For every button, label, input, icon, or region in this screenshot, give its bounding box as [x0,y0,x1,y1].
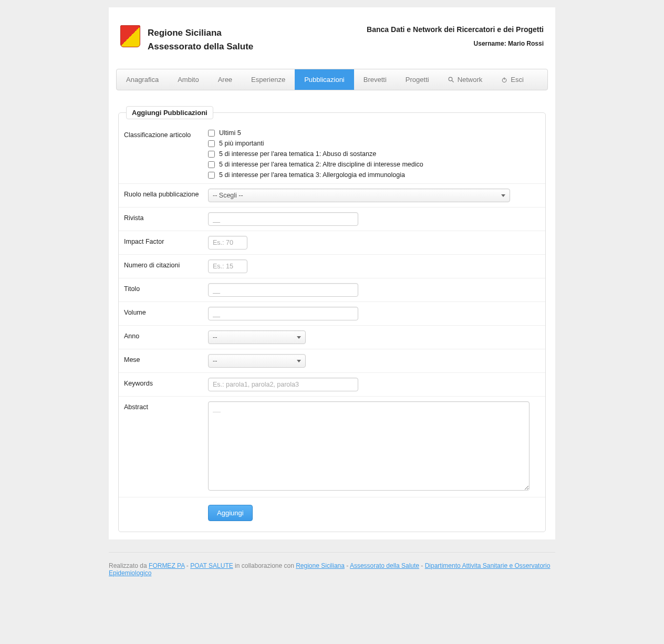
label-titolo: Titolo [124,283,208,297]
org-title: Regione Siciliana Assessorato della Salu… [148,25,253,53]
checkbox-area1-input[interactable] [208,151,215,158]
input-volume[interactable] [208,307,358,320]
input-citazioni[interactable] [208,259,247,273]
aggiungi-button[interactable]: Aggiungi [208,505,253,521]
nav-pubblicazioni[interactable]: Pubblicazioni [295,69,354,90]
select-anno-value: -- [213,334,217,341]
svg-line-1 [452,80,453,82]
row-impact: Impact Factor [119,231,545,255]
checkbox-ultimi5: Ultimi 5 [208,129,540,137]
nav-esci[interactable]: Esci [492,69,533,90]
nav-esperienze[interactable]: Esperienze [242,69,295,90]
field-classificazione: Ultimi 5 5 più importanti 5 di interesse… [208,129,540,179]
row-titolo: Titolo [119,278,545,302]
footer-link-poat[interactable]: POAT SALUTE [190,562,233,569]
nav-progetti[interactable]: Progetti [396,69,439,90]
footer-link-assessorato[interactable]: Assessorato della Salute [350,562,419,569]
checkbox-area2: 5 di interesse per l'area tematica 2: Al… [208,161,540,168]
power-icon [501,77,507,83]
footer-sep: - [419,562,425,569]
footer: Realizzato da FORMEZ PA - POAT SALUTE in… [109,552,555,598]
checkbox-ultimi5-input[interactable] [208,130,215,137]
search-icon [448,77,454,83]
username-label: Username: Mario Rossi [367,40,544,47]
chevron-down-icon [297,360,301,362]
input-titolo[interactable] [208,283,358,297]
footer-sep: - [345,562,350,569]
chevron-down-icon [501,194,505,197]
org-line-2: Assessorato della Salute [148,40,253,54]
form-legend: Aggiungi Pubblicazioni [126,106,213,119]
label-citazioni: Numero di citazioni [124,259,208,273]
nav-anagrafica[interactable]: Anagrafica [117,69,168,90]
footer-link-formez[interactable]: FORMEZ PA [149,562,184,569]
select-mese-value: -- [213,357,217,365]
checkbox-area3: 5 di interesse per l'area tematica 3: Al… [208,171,540,179]
navbar: Anagrafica Ambito Aree Esperienze Pubbli… [116,69,548,90]
chevron-down-icon [297,336,301,339]
header-left: Regione Siciliana Assessorato della Salu… [120,25,253,53]
row-citazioni: Numero di citazioni [119,255,545,278]
checkbox-importanti-input[interactable] [208,140,215,147]
row-mese: Mese -- [119,349,545,373]
checkbox-ultimi5-label: Ultimi 5 [219,129,241,137]
label-volume: Volume [124,307,208,320]
label-anno: Anno [124,330,208,344]
label-impact: Impact Factor [124,236,208,250]
nav-brevetti[interactable]: Brevetti [354,69,396,90]
row-keywords: Keywords [119,373,545,397]
label-mese: Mese [124,354,208,368]
footer-sep: - [185,562,191,569]
label-keywords: Keywords [124,378,208,391]
checkbox-area2-label: 5 di interesse per l'area tematica 2: Al… [219,161,423,168]
nav-network[interactable]: Network [439,69,492,90]
nav-network-label: Network [458,76,483,84]
checkbox-area2-input[interactable] [208,161,215,168]
row-abstract: Abstract [119,397,545,497]
region-logo-icon [120,25,140,47]
checkbox-importanti-label: 5 più importanti [219,140,264,147]
input-impact[interactable] [208,236,247,250]
row-volume: Volume [119,302,545,326]
input-keywords[interactable] [208,378,358,391]
footer-mid: in collaborazione con [233,562,296,569]
row-ruolo: Ruolo nella pubblicazione -- Scegli -- [119,184,545,207]
app-title: Banca Dati e Network dei Ricercatori e d… [367,25,544,34]
row-classificazione: Classificazione articolo Ultimi 5 5 più … [119,124,545,184]
nav-esci-label: Esci [511,76,524,84]
input-rivista[interactable] [208,212,358,226]
label-rivista: Rivista [124,212,208,226]
header-right: Banca Dati e Network dei Ricercatori e d… [367,25,544,53]
select-anno[interactable]: -- [208,330,306,344]
label-classificazione: Classificazione articolo [124,129,208,179]
checkbox-area1-label: 5 di interesse per l'area tematica 1: Ab… [219,150,376,158]
select-mese[interactable]: -- [208,354,306,368]
label-ruolo: Ruolo nella pubblicazione [124,189,208,202]
svg-point-0 [449,77,452,81]
label-abstract: Abstract [124,401,208,492]
select-ruolo[interactable]: -- Scegli -- [208,189,510,202]
checkbox-area3-label: 5 di interesse per l'area tematica 3: Al… [219,171,405,179]
row-rivista: Rivista [119,207,545,231]
row-actions: Aggiungi [119,497,545,521]
textarea-abstract[interactable] [208,401,530,491]
page-container: Regione Siciliana Assessorato della Salu… [109,7,555,539]
form-aggiungi-pubblicazioni: Aggiungi Pubblicazioni Classificazione a… [118,106,546,532]
nav-aree[interactable]: Aree [209,69,242,90]
select-ruolo-value: -- Scegli -- [213,192,243,199]
footer-pre: Realizzato da [109,562,149,569]
content: Aggiungi Pubblicazioni Classificazione a… [116,90,548,532]
checkbox-area3-input[interactable] [208,172,215,179]
org-line-1: Regione Siciliana [148,26,253,40]
footer-link-regione[interactable]: Regione Siciliana [296,562,345,569]
row-anno: Anno -- [119,326,545,349]
nav-ambito[interactable]: Ambito [168,69,208,90]
checkbox-importanti: 5 più importanti [208,140,540,147]
header: Regione Siciliana Assessorato della Salu… [116,15,548,69]
checkbox-area1: 5 di interesse per l'area tematica 1: Ab… [208,150,540,158]
